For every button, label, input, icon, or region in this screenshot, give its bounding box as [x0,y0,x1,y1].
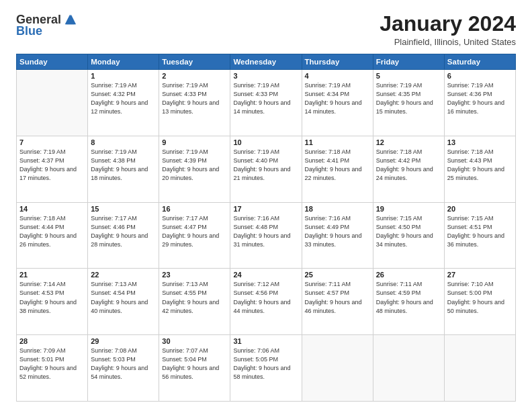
cell-date: 11 [305,138,370,146]
calendar-cell: 3Sunrise: 7:19 AM Sunset: 4:33 PM Daylig… [230,70,302,136]
calendar-header-row: Sunday Monday Tuesday Wednesday Thursday… [17,54,516,70]
header: General Blue January 2024 Plainfield, Il… [16,12,516,47]
cell-info: Sunrise: 7:17 AM Sunset: 4:46 PM Dayligh… [91,214,156,249]
cell-info: Sunrise: 7:11 AM Sunset: 4:59 PM Dayligh… [376,280,441,315]
calendar-table: Sunday Monday Tuesday Wednesday Thursday… [16,54,516,402]
cell-date: 21 [19,271,85,279]
calendar-cell: 22Sunrise: 7:13 AM Sunset: 4:54 PM Dayli… [88,269,159,335]
calendar-cell: 10Sunrise: 7:19 AM Sunset: 4:40 PM Dayli… [230,136,302,202]
page: General Blue January 2024 Plainfield, Il… [0,0,532,411]
cell-date: 7 [19,138,85,146]
cell-date: 4 [305,72,370,80]
cell-date: 20 [447,205,513,213]
col-tuesday: Tuesday [159,54,230,70]
calendar-cell: 8Sunrise: 7:19 AM Sunset: 4:38 PM Daylig… [88,136,159,202]
cell-info: Sunrise: 7:13 AM Sunset: 4:54 PM Dayligh… [91,280,156,315]
calendar-cell: 2Sunrise: 7:19 AM Sunset: 4:33 PM Daylig… [159,70,230,136]
calendar-cell: 28Sunrise: 7:09 AM Sunset: 5:01 PM Dayli… [17,335,88,402]
cell-info: Sunrise: 7:18 AM Sunset: 4:41 PM Dayligh… [305,148,370,183]
calendar-cell: 14Sunrise: 7:18 AM Sunset: 4:44 PM Dayli… [17,202,88,269]
cell-date: 23 [162,271,227,279]
col-sunday: Sunday [17,54,88,70]
cell-date: 16 [162,205,227,213]
calendar-cell: 25Sunrise: 7:11 AM Sunset: 4:57 PM Dayli… [302,269,373,335]
cell-date: 5 [376,72,441,80]
cell-date: 14 [19,205,85,213]
cell-info: Sunrise: 7:13 AM Sunset: 4:55 PM Dayligh… [162,280,227,315]
calendar-cell: 19Sunrise: 7:15 AM Sunset: 4:50 PM Dayli… [373,202,444,269]
calendar-cell: 18Sunrise: 7:16 AM Sunset: 4:49 PM Dayli… [302,202,373,269]
cell-info: Sunrise: 7:19 AM Sunset: 4:33 PM Dayligh… [162,81,227,116]
calendar-cell: 13Sunrise: 7:18 AM Sunset: 4:43 PM Dayli… [444,136,515,202]
cell-date: 22 [91,271,156,279]
calendar-cell [373,335,444,402]
col-thursday: Thursday [302,54,373,70]
cell-date: 25 [305,271,370,279]
col-monday: Monday [88,54,159,70]
calendar-cell: 21Sunrise: 7:14 AM Sunset: 4:53 PM Dayli… [17,269,88,335]
cell-date: 27 [447,271,513,279]
cell-info: Sunrise: 7:19 AM Sunset: 4:39 PM Dayligh… [162,148,227,183]
calendar-cell: 30Sunrise: 7:07 AM Sunset: 5:04 PM Dayli… [159,335,230,402]
calendar-cell: 15Sunrise: 7:17 AM Sunset: 4:46 PM Dayli… [88,202,159,269]
calendar-cell [17,70,88,136]
calendar-cell: 20Sunrise: 7:15 AM Sunset: 4:51 PM Dayli… [444,202,515,269]
cell-info: Sunrise: 7:19 AM Sunset: 4:34 PM Dayligh… [305,81,370,116]
calendar-cell [302,335,373,402]
cell-info: Sunrise: 7:09 AM Sunset: 5:01 PM Dayligh… [19,347,85,381]
cell-info: Sunrise: 7:10 AM Sunset: 5:00 PM Dayligh… [447,280,513,315]
cell-date: 28 [19,337,85,345]
calendar-cell: 12Sunrise: 7:18 AM Sunset: 4:42 PM Dayli… [373,136,444,202]
calendar-cell: 23Sunrise: 7:13 AM Sunset: 4:55 PM Dayli… [159,269,230,335]
calendar-cell: 9Sunrise: 7:19 AM Sunset: 4:39 PM Daylig… [159,136,230,202]
logo-icon [62,12,77,27]
cell-date: 19 [376,205,441,213]
week-row-0: 1Sunrise: 7:19 AM Sunset: 4:32 PM Daylig… [17,70,516,136]
cell-info: Sunrise: 7:19 AM Sunset: 4:33 PM Dayligh… [233,81,298,116]
cell-date: 29 [91,337,156,345]
calendar-cell: 16Sunrise: 7:17 AM Sunset: 4:47 PM Dayli… [159,202,230,269]
title-area: January 2024 Plainfield, Illinois, Unite… [380,12,516,47]
cell-date: 26 [376,271,441,279]
calendar-cell: 27Sunrise: 7:10 AM Sunset: 5:00 PM Dayli… [444,269,515,335]
cell-info: Sunrise: 7:17 AM Sunset: 4:47 PM Dayligh… [162,214,227,249]
cell-info: Sunrise: 7:15 AM Sunset: 4:51 PM Dayligh… [447,214,513,249]
cell-date: 30 [162,337,227,345]
cell-date: 18 [305,205,370,213]
calendar-cell: 7Sunrise: 7:19 AM Sunset: 4:37 PM Daylig… [17,136,88,202]
location: Plainfield, Illinois, United States [380,37,516,47]
cell-date: 12 [376,138,441,146]
calendar-cell: 26Sunrise: 7:11 AM Sunset: 4:59 PM Dayli… [373,269,444,335]
logo: General Blue [16,12,77,38]
col-wednesday: Wednesday [230,54,302,70]
cell-info: Sunrise: 7:19 AM Sunset: 4:32 PM Dayligh… [91,81,156,116]
cell-info: Sunrise: 7:18 AM Sunset: 4:42 PM Dayligh… [376,148,441,183]
cell-date: 3 [233,72,298,80]
cell-date: 6 [447,72,513,80]
calendar-cell: 31Sunrise: 7:06 AM Sunset: 5:05 PM Dayli… [230,335,302,402]
calendar-cell [444,335,515,402]
col-friday: Friday [373,54,444,70]
cell-info: Sunrise: 7:18 AM Sunset: 4:44 PM Dayligh… [19,214,85,249]
cell-info: Sunrise: 7:19 AM Sunset: 4:40 PM Dayligh… [233,148,298,183]
month-title: January 2024 [380,12,516,36]
cell-info: Sunrise: 7:06 AM Sunset: 5:05 PM Dayligh… [233,347,298,381]
cell-date: 1 [91,72,156,80]
cell-info: Sunrise: 7:14 AM Sunset: 4:53 PM Dayligh… [19,280,85,315]
calendar-cell: 24Sunrise: 7:12 AM Sunset: 4:56 PM Dayli… [230,269,302,335]
calendar-cell: 29Sunrise: 7:08 AM Sunset: 5:03 PM Dayli… [88,335,159,402]
cell-info: Sunrise: 7:07 AM Sunset: 5:04 PM Dayligh… [162,347,227,381]
cell-info: Sunrise: 7:11 AM Sunset: 4:57 PM Dayligh… [305,280,370,315]
week-row-3: 21Sunrise: 7:14 AM Sunset: 4:53 PM Dayli… [17,269,516,335]
cell-info: Sunrise: 7:19 AM Sunset: 4:36 PM Dayligh… [447,81,513,116]
cell-date: 31 [233,337,298,345]
calendar-cell: 6Sunrise: 7:19 AM Sunset: 4:36 PM Daylig… [444,70,515,136]
cell-date: 10 [233,138,298,146]
cell-info: Sunrise: 7:19 AM Sunset: 4:35 PM Dayligh… [376,81,441,116]
calendar-cell: 11Sunrise: 7:18 AM Sunset: 4:41 PM Dayli… [302,136,373,202]
cell-date: 24 [233,271,298,279]
cell-info: Sunrise: 7:12 AM Sunset: 4:56 PM Dayligh… [233,280,298,315]
cell-date: 9 [162,138,227,146]
col-saturday: Saturday [444,54,515,70]
cell-info: Sunrise: 7:19 AM Sunset: 4:38 PM Dayligh… [91,148,156,183]
